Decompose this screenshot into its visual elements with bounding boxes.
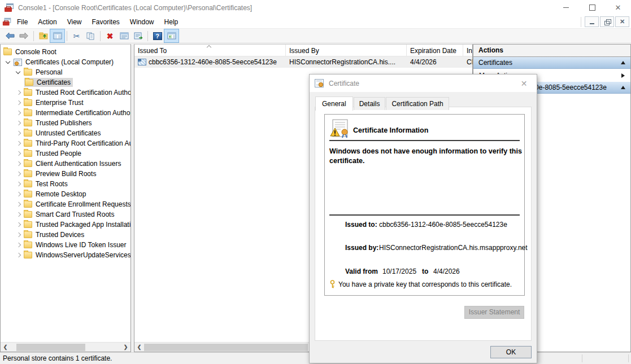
issued-by-line: Issued by:HISConnectorRegistrationCA.his… (345, 244, 528, 252)
certificate-warning-text: Windows does not have enough information… (329, 147, 524, 166)
delete-icon[interactable]: ✖ (103, 29, 117, 42)
tree-item-client-authentication-issuers[interactable]: Client Authentication Issuers (1, 159, 130, 169)
issuer-statement-button[interactable]: Issuer Statement (464, 306, 524, 319)
chevron-right-icon[interactable] (14, 98, 23, 107)
certificate-row[interactable]: cbbc6356-1312-460e-8085-5eecce54123e HIS… (134, 56, 472, 68)
tree-item-certificates-local-computer[interactable]: Certificates (Local Computer) (1, 57, 130, 67)
menu-help[interactable]: Help (159, 16, 184, 28)
folder-icon (24, 89, 32, 96)
menu-view[interactable]: View (62, 16, 87, 28)
chevron-right-icon[interactable] (14, 139, 23, 148)
close-button[interactable]: ✕ (605, 0, 631, 15)
forward-icon[interactable] (17, 29, 31, 42)
show-hide-action-pane-icon[interactable] (164, 29, 179, 42)
scroll-thumb[interactable] (144, 344, 308, 351)
tree-item-trusted-packaged-app-installation-authorities[interactable]: Trusted Packaged App Installation Author… (1, 220, 130, 230)
menu-action[interactable]: Action (33, 16, 62, 28)
folder-icon (24, 211, 32, 218)
chevron-right-icon[interactable] (14, 210, 23, 219)
chevron-down-icon[interactable] (14, 68, 23, 77)
tree-item-personal[interactable]: Personal (1, 67, 130, 77)
menu-favorites[interactable]: Favorites (87, 16, 125, 28)
column-intended-purposes[interactable]: Intended Purposes (463, 45, 472, 56)
tree-item-remote-desktop[interactable]: Remote Desktop (1, 189, 130, 199)
ok-button[interactable]: OK (490, 346, 532, 358)
tree-item-preview-build-roots[interactable]: Preview Build Roots (1, 169, 130, 179)
chevron-right-icon[interactable] (14, 179, 23, 188)
validity-line: Valid from10/17/2025to4/4/2026 (345, 267, 460, 275)
export-list-icon[interactable] (131, 29, 145, 42)
show-hide-console-tree-icon[interactable] (50, 29, 64, 42)
minimize-button[interactable] (553, 0, 579, 15)
tree-item-trusted-root-certification-authorities[interactable]: Trusted Root Certification Authorities (1, 87, 130, 98)
column-issued-by[interactable]: Issued By (286, 45, 407, 56)
tree-item-third-party-root-certification-authorities[interactable]: Third-Party Root Certification Authoriti… (1, 138, 130, 148)
up-one-level-icon[interactable] (36, 29, 50, 42)
general-tab-page: Certificate Information Windows does not… (315, 107, 532, 341)
scroll-thumb[interactable] (16, 344, 85, 351)
tree-item-certificate-enrollment-requests[interactable]: Certificate Enrollment Requests (1, 199, 130, 209)
chevron-right-icon[interactable] (14, 88, 23, 97)
folder-icon (25, 79, 33, 86)
cut-icon[interactable]: ✂ (69, 29, 84, 42)
tree-item-smart-card-trusted-roots[interactable]: Smart Card Trusted Roots (1, 209, 130, 220)
chevron-down-icon[interactable] (4, 58, 13, 67)
folder-icon (24, 181, 32, 187)
chevron-right-icon[interactable] (14, 169, 23, 178)
tree-item-trusted-publishers[interactable]: Trusted Publishers (1, 118, 130, 128)
folder-icon (24, 201, 32, 208)
more-actions-arrow-icon[interactable] (621, 73, 625, 78)
properties-icon[interactable] (117, 29, 131, 42)
tree-item-console-root[interactable]: Console Root (1, 47, 130, 57)
copy-icon[interactable] (84, 29, 98, 42)
tree-item-intermediate-certification-authorities[interactable]: Intermediate Certification Authorities (1, 108, 130, 118)
tab-details[interactable]: Details (354, 97, 386, 110)
mmc-child-icon[interactable] (3, 18, 11, 26)
collapse-icon[interactable] (621, 86, 625, 89)
tab-general[interactable]: General (315, 97, 353, 111)
tree-item-untrusted-certificates[interactable]: Untrusted Certificates (1, 128, 130, 138)
tree-item-trusted-people[interactable]: Trusted People (1, 148, 130, 159)
chevron-right-icon[interactable] (14, 251, 23, 260)
folder-icon (3, 49, 12, 55)
column-expiration-date[interactable]: Expiration Date (407, 45, 463, 56)
chevron-right-icon[interactable] (14, 200, 23, 209)
tree-item-windows-live-id-token-issuer[interactable]: Windows Live ID Token Issuer (1, 240, 130, 250)
tree-item-test-roots[interactable]: Test Roots (1, 179, 130, 189)
scroll-left-icon[interactable]: ❮ (1, 344, 10, 351)
folder-icon (24, 242, 32, 248)
dialog-close-icon[interactable]: ✕ (511, 74, 537, 92)
chevron-right-icon[interactable] (14, 159, 23, 168)
back-icon[interactable] (3, 29, 17, 42)
tree-item-enterprise-trust[interactable]: Enterprise Trust (1, 98, 130, 108)
menu-window[interactable]: Window (125, 16, 159, 28)
collapse-icon[interactable] (621, 61, 625, 64)
actions-group-certificates[interactable]: Certificates (473, 57, 630, 69)
chevron-right-icon[interactable] (14, 149, 23, 158)
mdi-close-button[interactable]: ✕ (615, 16, 629, 27)
scroll-right-icon[interactable]: ❯ (121, 344, 130, 351)
chevron-right-icon[interactable] (14, 230, 23, 239)
help-icon[interactable]: ? (150, 29, 164, 42)
chevron-right-icon[interactable] (14, 129, 23, 138)
tree-item-trusted-devices[interactable]: Trusted Devices (1, 230, 130, 240)
mdi-minimize-button[interactable] (585, 16, 599, 27)
menu-file[interactable]: File (12, 16, 33, 28)
status-text: Personal store contains 1 certificate. (3, 354, 112, 362)
issued-to-line: Issued to:cbbc6356-1312-460e-8085-5eecce… (345, 221, 507, 229)
chevron-right-icon[interactable] (14, 119, 23, 128)
chevron-right-icon[interactable] (14, 220, 23, 229)
tab-certification-path[interactable]: Certification Path (386, 97, 449, 110)
chevron-right-icon[interactable] (14, 190, 23, 199)
tree-item-certificates[interactable]: Certificates (1, 77, 130, 87)
scroll-left-icon[interactable]: ❮ (135, 344, 143, 351)
tree-item-windowsserverupdateservices[interactable]: WindowsServerUpdateServices (1, 250, 130, 260)
chevron-right-icon[interactable] (14, 108, 23, 117)
tree-horizontal-scrollbar[interactable]: ❮ ❯ (1, 342, 130, 352)
maximize-button[interactable] (579, 0, 605, 15)
mdi-restore-button[interactable] (600, 16, 614, 27)
chevron-right-icon[interactable] (14, 240, 23, 249)
window-title: Console1 - [Console Root\Certificates (L… (18, 4, 252, 12)
key-icon (329, 280, 336, 289)
folder-icon (24, 130, 32, 137)
